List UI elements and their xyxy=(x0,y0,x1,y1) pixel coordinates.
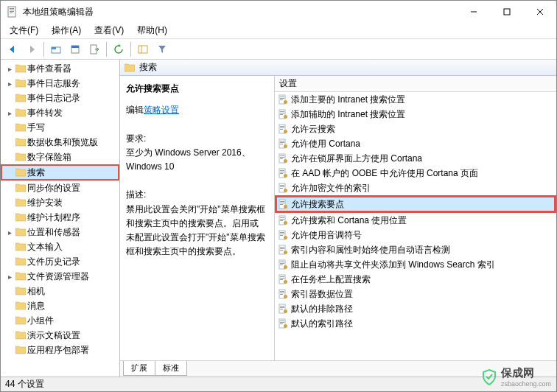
folder-icon xyxy=(15,213,26,222)
tree-item[interactable]: 演示文稿设置 xyxy=(1,328,119,343)
svg-point-55 xyxy=(284,205,287,209)
tree-item[interactable]: ▸事件日志服务 xyxy=(1,76,119,91)
tree-item-label: 文本输入 xyxy=(27,241,63,253)
tree-item[interactable]: 维护安装 xyxy=(1,195,119,210)
svg-rect-82 xyxy=(280,291,284,292)
list-item-label: 添加辅助的 Intranet 搜索位置 xyxy=(291,108,405,121)
titlebar: 本地组策略编辑器 xyxy=(1,1,556,23)
list-item[interactable]: 索引内容和属性时始终使用自动语言检测 xyxy=(275,242,556,257)
menu-file[interactable]: 文件(F) xyxy=(4,23,44,38)
list-item[interactable]: 阻止自动将共享文件夹添加到 Windows Search 索引 xyxy=(275,257,556,272)
back-button[interactable] xyxy=(4,41,21,58)
req-label: 要求: xyxy=(126,132,267,146)
folder-icon xyxy=(15,168,26,177)
filter-button[interactable] xyxy=(153,41,171,58)
policy-icon xyxy=(278,289,288,299)
list-item[interactable]: 在任务栏上配置搜索 xyxy=(275,272,556,287)
svg-rect-54 xyxy=(280,204,283,205)
policy-icon xyxy=(278,153,288,164)
list-item[interactable]: 添加主要的 Intranet 搜索位置 xyxy=(275,92,556,107)
twisty-icon[interactable]: ▸ xyxy=(5,80,14,88)
refresh-button[interactable] xyxy=(110,41,127,58)
twisty-icon[interactable]: ▸ xyxy=(5,228,14,237)
svg-point-60 xyxy=(284,221,287,225)
list-item[interactable]: 允许搜索要点 xyxy=(275,195,556,213)
svg-rect-62 xyxy=(280,232,284,233)
tree-item[interactable]: 维护计划程序 xyxy=(1,210,119,225)
desc-label: 描述: xyxy=(126,188,267,202)
list-item[interactable]: 添加辅助的 Intranet 搜索位置 xyxy=(275,107,556,122)
twisty-icon[interactable]: ▸ xyxy=(5,109,14,117)
desc-text: 禁用此设置会关闭"开始"菜单搜索框和搜索主页中的搜索要点。启用或未配置此设置会打… xyxy=(126,203,267,259)
list-item[interactable]: 允许加密文件的索引 xyxy=(275,181,556,195)
list-item-label: 允许使用音调符号 xyxy=(291,229,362,242)
tree-item-label: 数字保险箱 xyxy=(27,151,71,164)
svg-rect-6 xyxy=(504,9,510,15)
toolbar-separator xyxy=(106,42,107,57)
tree-item[interactable]: 应用程序包部署 xyxy=(1,343,119,357)
list-pane[interactable]: 设置 添加主要的 Intranet 搜索位置添加辅助的 Intranet 搜索位… xyxy=(275,76,556,360)
policy-icon xyxy=(278,139,288,149)
tree-item[interactable]: 小组件 xyxy=(1,313,119,328)
menu-view[interactable]: 查看(V) xyxy=(88,23,130,38)
list-item[interactable]: 允许使用音调符号 xyxy=(275,228,556,242)
tree-item-label: 事件转发 xyxy=(27,107,63,119)
tree-item[interactable]: 消息 xyxy=(1,298,119,313)
list-item[interactable]: 默认的索引路径 xyxy=(275,316,556,331)
svg-rect-34 xyxy=(280,144,283,144)
menu-action[interactable]: 操作(A) xyxy=(46,23,87,38)
list-item[interactable]: 在 AAD 帐户的 OOBE 中允许使用 Cortana 页面 xyxy=(275,166,556,181)
policy-icon xyxy=(278,168,288,178)
svg-rect-92 xyxy=(280,321,284,321)
twisty-icon[interactable]: ▸ xyxy=(5,273,14,281)
tree-item[interactable]: 数字保险箱 xyxy=(1,150,119,164)
tree-item[interactable]: ▸位置和传感器 xyxy=(1,225,119,239)
svg-rect-28 xyxy=(280,127,284,128)
svg-rect-79 xyxy=(280,279,283,280)
tree-item[interactable]: 数据收集和预览版 xyxy=(1,135,119,150)
list-item[interactable]: 允许在锁屏界面上方使用 Cortana xyxy=(275,151,556,166)
tree-item[interactable]: 事件日志记录 xyxy=(1,91,119,105)
list-column-settings[interactable]: 设置 xyxy=(275,76,556,92)
tab-standard[interactable]: 标准 xyxy=(155,361,187,376)
tree-item-label: 演示文稿设置 xyxy=(27,329,80,342)
tab-extended[interactable]: 扩展 xyxy=(123,361,155,376)
policy-icon xyxy=(278,304,288,314)
properties-button[interactable] xyxy=(66,41,84,58)
tree-item[interactable]: ▸事件转发 xyxy=(1,105,119,120)
tree-pane[interactable]: ▸事件查看器▸事件日志服务事件日志记录▸事件转发手写数据收集和预览版数字保险箱搜… xyxy=(1,60,120,377)
show-hide-tree-button[interactable] xyxy=(134,41,152,58)
tree-item[interactable]: 手写 xyxy=(1,120,119,135)
svg-rect-4 xyxy=(10,13,13,13)
tree-item[interactable]: 同步你的设置 xyxy=(1,181,119,195)
list-item[interactable]: 允许使用 Cortana xyxy=(275,136,556,151)
menubar: 文件(F) 操作(A) 查看(V) 帮助(H) xyxy=(1,23,556,39)
svg-point-70 xyxy=(284,251,287,254)
list-item[interactable]: 默认的排除路径 xyxy=(275,301,556,316)
export-button[interactable] xyxy=(85,41,103,58)
list-item[interactable]: 允许云搜索 xyxy=(275,122,556,136)
list-item-label: 添加主要的 Intranet 搜索位置 xyxy=(291,94,405,106)
up-button[interactable] xyxy=(47,41,65,58)
tree-item[interactable]: 文本输入 xyxy=(1,239,119,254)
tree-item-label: 小组件 xyxy=(27,315,54,327)
tree-item[interactable]: ▸文件资源管理器 xyxy=(1,269,119,284)
policy-icon xyxy=(278,259,288,270)
list-item[interactable]: 允许搜索和 Cortana 使用位置 xyxy=(275,213,556,228)
menu-help[interactable]: 帮助(H) xyxy=(131,23,173,38)
minimize-button[interactable] xyxy=(457,1,490,23)
tree-item-label: 事件查看器 xyxy=(27,63,71,75)
tree-item[interactable]: 相机 xyxy=(1,284,119,298)
list-item[interactable]: 索引器数据位置 xyxy=(275,287,556,301)
forward-button[interactable] xyxy=(23,41,41,58)
tree-item[interactable]: ▸事件查看器 xyxy=(1,61,119,76)
edit-policy-link[interactable]: 策略设置 xyxy=(144,105,179,115)
maximize-button[interactable] xyxy=(490,1,523,23)
svg-point-50 xyxy=(284,189,287,192)
tree-item[interactable]: 文件历史记录 xyxy=(1,254,119,269)
svg-rect-29 xyxy=(280,129,283,130)
tree-item[interactable]: 搜索 xyxy=(1,164,119,181)
policy-icon xyxy=(278,274,288,284)
twisty-icon[interactable]: ▸ xyxy=(5,65,14,73)
close-button[interactable] xyxy=(523,1,556,23)
